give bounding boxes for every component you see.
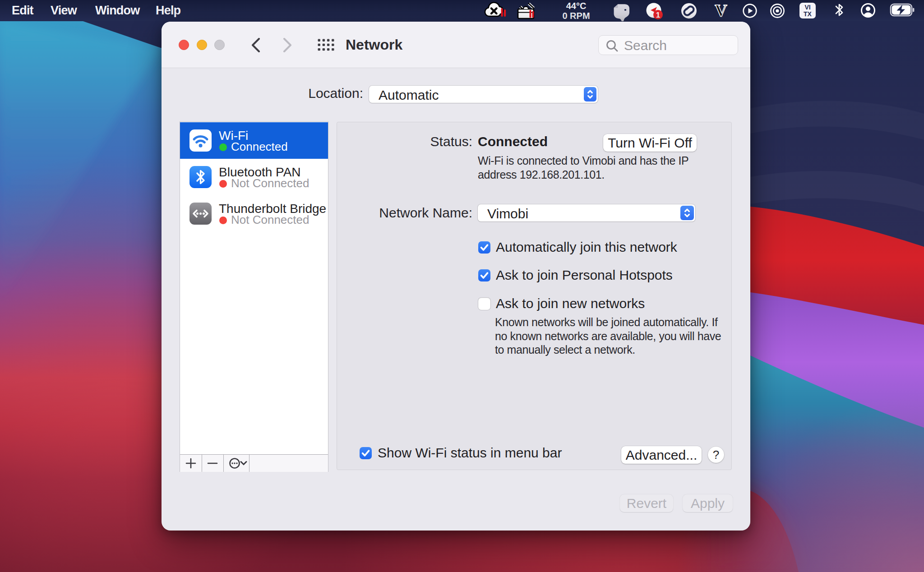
svg-text:V: V bbox=[715, 1, 727, 20]
svg-text:0 RPM: 0 RPM bbox=[562, 11, 590, 21]
svg-text:VI: VI bbox=[804, 4, 810, 11]
svg-text:TX: TX bbox=[804, 10, 812, 18]
svg-text:44°C: 44°C bbox=[566, 1, 587, 11]
svg-text:1: 1 bbox=[656, 11, 660, 19]
